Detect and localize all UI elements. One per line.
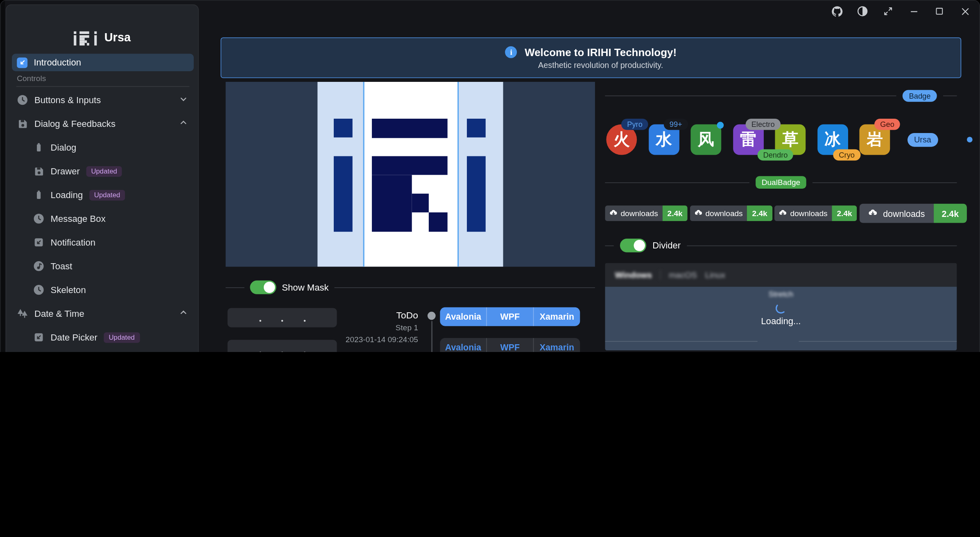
close-button[interactable]	[958, 5, 972, 18]
minimize-button[interactable]	[907, 5, 921, 18]
tab-windows[interactable]: Windows	[615, 270, 652, 280]
badge-tile-anemo: 风	[690, 124, 721, 155]
timeline: ToDo Step 1 2023-01-14 09:24:05 Start St…	[343, 307, 595, 352]
dot-badge	[967, 137, 973, 142]
xamarin-button[interactable]: Xamarin	[533, 307, 580, 326]
sidebar-item-introduction[interactable]: Introduction	[12, 54, 194, 71]
sidebar: Ursa Introduction Controls Buttons & Inp…	[6, 5, 199, 352]
dualbadge-divider: DualBadge	[605, 176, 957, 189]
arrow-square-icon	[33, 237, 44, 248]
ipv4-input[interactable]	[228, 340, 337, 352]
clock-icon	[17, 94, 28, 105]
arrow-square-icon	[17, 57, 27, 68]
dot-badge	[717, 122, 724, 129]
chevron-up-icon	[179, 309, 188, 318]
banner-subtitle: Aesthetic revolution of productivity.	[525, 61, 677, 70]
timeline-step-name: ToDo	[343, 310, 418, 320]
sidebar-item-label: Date & Time	[34, 309, 84, 318]
show-mask-label: Show Mask	[282, 282, 328, 292]
dualbadge-demo-row: downloads 2.4k downloads 2.4k downloads …	[605, 204, 967, 223]
sidebar-item-drawer[interactable]: Drawer Updated	[12, 159, 194, 183]
divider-line	[334, 287, 595, 288]
divider-line	[226, 287, 244, 288]
xamarin-button[interactable]: Xamarin	[533, 338, 580, 352]
mask-guide-line	[457, 82, 458, 267]
dendro-badge: Dendro	[758, 149, 794, 160]
tab-separator	[660, 270, 661, 280]
button-group-dark: Avalonia WPF Xamarin	[440, 338, 580, 352]
loading-mask-panel: Windows macOS Linux Stretch Loading...	[605, 263, 957, 351]
note-icon	[33, 260, 44, 271]
chevron-up-icon	[179, 119, 188, 129]
show-mask-toggle[interactable]	[250, 280, 276, 294]
avalonia-button[interactable]: Avalonia	[440, 307, 486, 326]
sidebar-item-notification[interactable]: Notification	[12, 230, 194, 254]
sidebar-list: Buttons & Inputs Dialog & Feedbacks Dial…	[12, 88, 194, 352]
geo-badge: Geo	[875, 119, 900, 130]
timeline-step-time: 2023-01-14 09:24:05	[343, 336, 418, 344]
tab-linux[interactable]: Linux	[705, 270, 725, 280]
arrow-square-icon	[33, 332, 44, 343]
divider-line	[799, 341, 957, 342]
sidebar-item-label: Dialog & Feedbacks	[34, 119, 115, 129]
github-button[interactable]	[830, 5, 844, 18]
theme-toggle-button[interactable]	[856, 5, 869, 18]
badge-tile-electro: 雷 Electro	[733, 124, 763, 155]
download-icon	[868, 209, 878, 218]
sidebar-item-label: Toast	[51, 261, 72, 271]
timeline-step-label: Step 1	[343, 324, 418, 332]
loading-label: Loading...	[605, 316, 957, 326]
sidebar-item-date-picker[interactable]: Date Picker Updated	[12, 325, 194, 349]
sidebar-item-label: Notification	[51, 237, 95, 247]
clock-icon	[33, 213, 44, 224]
avalonia-button[interactable]: Avalonia	[440, 338, 486, 352]
battery-icon	[33, 189, 44, 200]
badge-tile-hydro: 水 99+	[648, 124, 679, 155]
window-edge	[1, 1, 5, 352]
timeline-connector	[431, 321, 432, 352]
app-logo: Ursa	[6, 24, 198, 51]
clock-icon	[33, 284, 44, 295]
stretch-label: Stretch	[605, 290, 957, 298]
app-title: Ursa	[104, 31, 131, 45]
sidebar-item-buttons-inputs[interactable]: Buttons & Inputs	[12, 88, 194, 112]
maximize-button[interactable]	[932, 5, 946, 18]
ipv4-input[interactable]	[228, 308, 337, 327]
sidebar-item-toast[interactable]: Toast	[12, 254, 194, 278]
chevron-down-icon	[179, 95, 188, 105]
badge-tile-geo: 岩 Geo	[859, 124, 890, 155]
tab-macos[interactable]: macOS	[669, 270, 697, 280]
fullscreen-button[interactable]	[881, 5, 895, 18]
sidebar-item-date-time[interactable]: Date & Time	[12, 302, 194, 325]
dualbadge-divider-label: DualBadge	[755, 176, 806, 189]
tab-bar: Windows macOS Linux	[605, 263, 957, 287]
sidebar-item-label: Introduction	[34, 57, 81, 67]
show-mask-row: Show Mask	[226, 280, 595, 295]
sidebar-item-label: Date Picker	[51, 332, 97, 342]
info-icon: i	[505, 46, 517, 58]
anemo-tile: 风	[690, 124, 721, 155]
divider-toggle[interactable]	[620, 239, 646, 253]
sidebar-item-dialog-feedbacks[interactable]: Dialog & Feedbacks	[12, 112, 194, 135]
downloads-badge-large: downloads 2.4k	[859, 204, 967, 223]
sidebar-item-date-range-picker[interactable]: Date Range Picker Updated	[12, 349, 194, 352]
banner-title: Welcome to IRIHI Technology!	[525, 45, 677, 61]
badge-demo-row: 火 Pyro 水 99+ 风 雷 Electro 草 Dendro 冰 Cryo	[606, 124, 973, 155]
sidebar-item-loading[interactable]: Loading Updated	[12, 183, 194, 207]
sidebar-item-skeleton[interactable]: Skeleton	[12, 278, 194, 302]
updated-badge: Updated	[89, 190, 125, 200]
cryo-badge: Cryo	[833, 149, 860, 160]
download-icon	[779, 209, 787, 217]
downloads-badge: downloads 2.4k	[690, 205, 772, 221]
sidebar-item-message-box[interactable]: Message Box	[12, 207, 194, 230]
sidebar-item-dialog[interactable]: Dialog	[12, 135, 194, 159]
wpf-button[interactable]: WPF	[486, 307, 533, 326]
sidebar-section-label: Controls	[17, 74, 46, 83]
wpf-button[interactable]: WPF	[486, 338, 533, 352]
downloads-badge: downloads 2.4k	[605, 205, 688, 221]
divider-line	[605, 341, 757, 342]
loading-spinner-icon	[775, 303, 786, 314]
floppy-icon	[17, 118, 28, 129]
irihi-logo-image	[226, 82, 595, 267]
download-icon	[609, 209, 618, 217]
